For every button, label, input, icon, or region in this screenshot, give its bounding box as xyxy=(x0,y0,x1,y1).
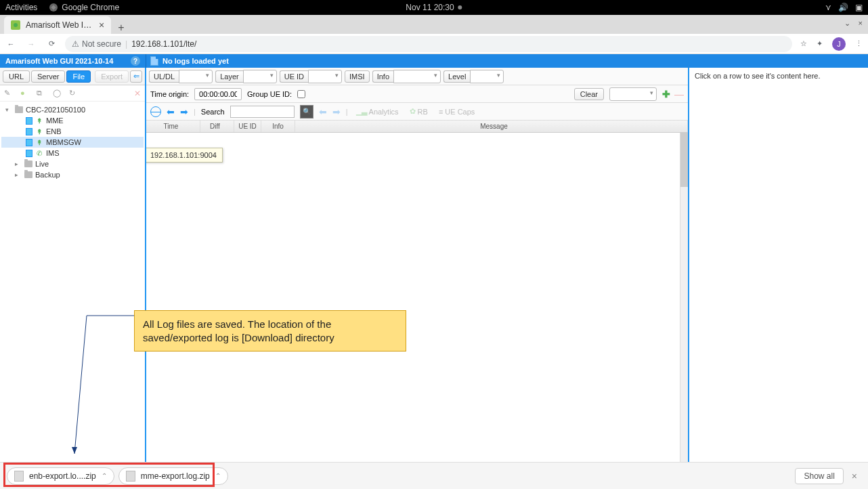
filter-ueid[interactable]: UE ID xyxy=(280,70,342,83)
extensions-icon[interactable]: ✦ xyxy=(817,39,823,48)
search-go-icon[interactable]: 🔍 xyxy=(300,105,313,119)
tree-node-backup[interactable]: ▸ Backup xyxy=(1,169,144,180)
group-ueid-label: Group UE ID: xyxy=(247,90,292,98)
show-all-downloads-button[interactable]: Show all xyxy=(795,468,843,484)
filter-info-select[interactable] xyxy=(393,70,441,83)
copy-icon[interactable]: ⧉ xyxy=(37,89,46,98)
add-icon[interactable]: ✚ xyxy=(662,89,670,100)
server-button[interactable]: Server xyxy=(31,70,65,83)
circle-green-icon[interactable]: ● xyxy=(20,89,30,98)
window-minimize-icon[interactable]: ⌄ xyxy=(844,19,850,28)
refresh-tree-icon[interactable]: ↻ xyxy=(69,89,79,98)
log-viewer: UL/DL Layer UE ID IMSI Info Level Tim xyxy=(146,68,689,475)
filter-uldl-select[interactable] xyxy=(179,70,213,83)
filter-level[interactable]: Level xyxy=(443,70,504,83)
tree-node-mbmsgw[interactable]: ↟ MBMSGW xyxy=(1,137,144,148)
col-message[interactable]: Message xyxy=(295,121,688,132)
filter-bar: UL/DL Layer UE ID IMSI Info Level xyxy=(146,68,688,85)
app-title: Amarisoft Web GUI 2021-10-14 xyxy=(5,57,113,65)
tree-node-live[interactable]: ▸ Live xyxy=(1,158,144,169)
zip-file-icon xyxy=(126,471,135,482)
col-info[interactable]: Info xyxy=(261,121,295,132)
tree-root[interactable]: ▾ CBC-2021050100 xyxy=(1,104,144,115)
address-tooltip: 192.168.1.101:9004 xyxy=(146,148,223,163)
vertical-scrollbar[interactable] xyxy=(680,133,688,475)
filter-ueid-select[interactable] xyxy=(308,70,342,83)
analytics-button: ▁▃Analytics xyxy=(353,107,402,116)
profile-avatar[interactable]: J xyxy=(832,37,846,51)
download-item-2[interactable]: mme-export.log.zip ⌃ xyxy=(118,467,228,485)
time-origin-input[interactable] xyxy=(194,88,242,100)
filter-imsi-button[interactable]: IMSI xyxy=(345,70,370,83)
folder-icon xyxy=(24,161,32,167)
filter-uldl[interactable]: UL/DL xyxy=(149,70,213,83)
expand-icon[interactable]: ▸ xyxy=(15,171,22,178)
download-item-1[interactable]: enb-export.lo....zip ⌃ xyxy=(7,467,114,485)
collapse-icon[interactable]: ▾ xyxy=(5,106,12,113)
volume-icon[interactable]: 🔊 xyxy=(838,3,848,12)
active-app-indicator[interactable]: Google Chrome xyxy=(49,3,119,12)
lock-icon[interactable]: ▣ xyxy=(855,3,863,12)
folder-icon xyxy=(15,106,23,113)
browser-url-bar: ← → ⟳ ⚠ Not secure | 192.168.1.101/lte/ … xyxy=(0,34,868,54)
clock[interactable]: Nov 11 20:30 xyxy=(406,3,462,12)
search-prev-icon[interactable]: ⬅ xyxy=(167,106,175,117)
browser-tab[interactable]: Amarisoft Web Interface × xyxy=(4,16,111,34)
wifi-icon[interactable]: ⋎ xyxy=(825,3,831,12)
file-tree: ▾ CBC-2021050100 ↟ MME ↟ ENB ↟ MBMSGW xyxy=(0,102,145,467)
tree-label-live: Live xyxy=(35,160,49,168)
address-bar[interactable]: ⚠ Not secure | 192.168.1.101/lte/ xyxy=(65,36,792,52)
filter-layer-select[interactable] xyxy=(243,70,277,83)
folder-icon xyxy=(24,171,32,178)
col-diff[interactable]: Diff xyxy=(200,121,234,132)
server-icon xyxy=(26,117,32,125)
annotation-callout: All Log files are saved. The location of… xyxy=(134,310,406,352)
group-ueid-checkbox[interactable] xyxy=(297,90,305,98)
col-time[interactable]: Time xyxy=(146,121,200,132)
gear-icon: ✿ xyxy=(410,107,416,116)
search-input[interactable] xyxy=(230,106,295,118)
close-tree-icon[interactable]: ✕ xyxy=(134,89,141,98)
filter-uldl-label: UL/DL xyxy=(149,70,179,83)
filter-level-select[interactable] xyxy=(470,70,504,83)
origin-bar: Time origin: Group UE ID: Clear ✚ — xyxy=(146,85,688,103)
wand-icon[interactable]: ✎ xyxy=(4,89,14,98)
close-downloads-icon[interactable]: × xyxy=(848,471,861,482)
tree-node-ims[interactable]: ✆ IMS xyxy=(1,148,144,158)
window-close-icon[interactable]: × xyxy=(859,19,863,28)
circle-icon[interactable]: ◯ xyxy=(53,89,62,98)
chevron-up-icon[interactable]: ⌃ xyxy=(102,472,107,480)
active-app-label: Google Chrome xyxy=(62,3,119,12)
chevron-up-icon[interactable]: ⌃ xyxy=(215,472,221,480)
time-origin-label: Time origin: xyxy=(150,90,189,98)
nav-reload-icon[interactable]: ⟳ xyxy=(46,39,57,49)
filter-extra-select[interactable] xyxy=(609,87,657,101)
bookmark-star-icon[interactable]: ☆ xyxy=(800,39,807,48)
list-icon: ≡ xyxy=(439,108,443,116)
filter-level-label: Level xyxy=(443,70,470,83)
file-button[interactable]: File xyxy=(66,70,91,83)
security-indicator[interactable]: ⚠ Not secure xyxy=(72,39,121,49)
tree-node-enb[interactable]: ↟ ENB xyxy=(1,126,144,137)
filter-layer-label: Layer xyxy=(215,70,243,83)
nav-back-icon[interactable]: ← xyxy=(5,39,16,49)
tab-close-icon[interactable]: × xyxy=(99,20,104,30)
expand-icon[interactable]: ▸ xyxy=(15,161,22,167)
log-tab-bar: No logs loaded yet xyxy=(146,54,868,68)
source-toolbar: URL Server File Export ⇐ xyxy=(0,68,145,85)
filter-info[interactable]: Info xyxy=(372,70,441,83)
import-icon[interactable]: ⇐ xyxy=(130,70,142,83)
chart-icon: ▁▃ xyxy=(356,107,367,116)
help-icon[interactable]: ? xyxy=(131,56,140,66)
new-tab-button[interactable]: + xyxy=(111,22,131,34)
tree-node-mme[interactable]: ↟ MME xyxy=(1,115,144,126)
activities-button[interactable]: Activities xyxy=(5,3,37,12)
clear-button[interactable]: Clear xyxy=(574,88,604,100)
filter-layer[interactable]: Layer xyxy=(215,70,277,83)
globe-icon[interactable] xyxy=(150,106,161,117)
search-next-icon[interactable]: ➡ xyxy=(180,106,188,117)
browser-menu-icon[interactable]: ⋮ xyxy=(855,39,863,48)
url-button[interactable]: URL xyxy=(3,70,30,83)
col-ueid[interactable]: UE ID xyxy=(234,121,261,132)
sidebar: URL Server File Export ⇐ ✎ ● ⧉ ◯ ↻ ✕ ▾ C… xyxy=(0,68,146,475)
